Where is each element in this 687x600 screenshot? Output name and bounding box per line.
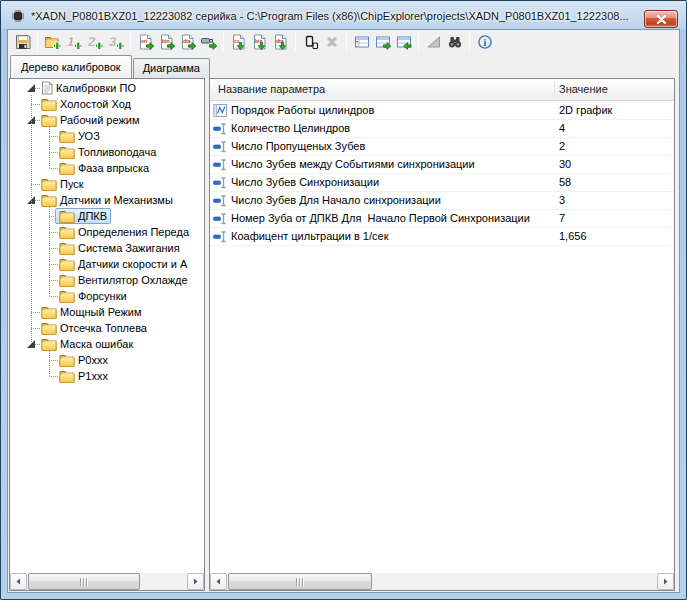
tab-tree[interactable]: Дерево калибровок [10, 55, 132, 78]
toolbar-separator [130, 33, 131, 51]
parameter-row[interactable]: Число Зубев Для Начало синхронизации3 [210, 192, 674, 210]
tree-item-Датчики-скорости-и-А[interactable]: Датчики скорости и А [55, 256, 191, 272]
search-icon [447, 34, 463, 50]
tree-connector-line [49, 207, 50, 296]
tree-item-Вентилятор-Охлажде[interactable]: Вентилятор Охлажде [55, 272, 192, 288]
tree-item-Датчики-и-Механизмы[interactable]: Датчики и Механизмы [37, 192, 177, 208]
svg-text:bin: bin [162, 38, 170, 44]
toolbar-separator [418, 33, 419, 51]
window-bottom-frame [1, 590, 686, 599]
tree-item-Фаза-впрыска[interactable]: Фаза впрыска [55, 160, 153, 176]
chart-2d-icon [213, 103, 228, 120]
import-bin-button[interactable]: bin [249, 32, 270, 53]
info-button[interactable]: i [474, 32, 495, 53]
add-map-2-icon: 2 [87, 34, 103, 50]
tree-hscrollbar[interactable] [10, 573, 204, 590]
tree-row: Отсечка Топлева [10, 320, 204, 336]
add-map-1-button[interactable]: 1 [63, 32, 84, 53]
parameter-name: Номер Зуба от ДПКВ Для Начало Первой Син… [231, 212, 530, 224]
tree-item-Определения-Переда[interactable]: Определения Переда [55, 224, 193, 240]
chip-button[interactable] [300, 32, 321, 53]
folder-icon [41, 193, 57, 207]
export-dta-button[interactable]: dta [177, 32, 198, 53]
table-export-button[interactable] [372, 32, 393, 53]
import-cs-button[interactable]: cs [228, 32, 249, 53]
tree-item-label: Датчики скорости и А [78, 258, 187, 270]
parameter-row[interactable]: Число Пропущеных Зубев2 [210, 138, 674, 156]
compare-button [321, 32, 342, 53]
tree-item-label: Датчики и Механизмы [60, 194, 173, 206]
tab-diagram[interactable]: Диаграмма [133, 58, 210, 78]
add-map-2-button[interactable]: 2 [84, 32, 105, 53]
svg-text:dta: dta [183, 38, 191, 44]
tree-item-Отсечка-Топлева[interactable]: Отсечка Топлева [37, 320, 151, 336]
table-import-icon [396, 34, 412, 50]
search-button[interactable] [444, 32, 465, 53]
save-button[interactable] [12, 32, 33, 53]
export-usb-icon [201, 34, 217, 50]
add-map-3-icon: 3 [108, 34, 124, 50]
scroll-right-button[interactable] [657, 573, 674, 590]
folder-icon [59, 353, 75, 367]
table-hscrollbar[interactable] [210, 573, 674, 590]
import-dta-button[interactable]: dta [270, 32, 291, 53]
scrollbar-thumb[interactable] [28, 573, 140, 590]
export-ori-icon: ori [138, 34, 154, 50]
export-ori-button[interactable]: ori [135, 32, 156, 53]
parameter-row[interactable]: Коафицент цильтрации в 1/сек1,656 [210, 228, 674, 246]
svg-text:2: 2 [87, 34, 96, 49]
parameter-row[interactable]: Количество Целиндров4 [210, 120, 674, 138]
tree-item-P0xxx[interactable]: P0xxx [55, 352, 112, 368]
tree-item-P1xxx[interactable]: P1xxx [55, 368, 112, 384]
tree-item-Холостой-Ход[interactable]: Холостой Ход [37, 96, 135, 112]
parameter-name: Порядок Работы цилиндров [231, 104, 374, 116]
tree-item-Калибровки-ПО[interactable]: Калибровки ПО [37, 80, 140, 96]
svg-text:cs: cs [234, 38, 240, 44]
folder-icon [59, 129, 75, 143]
tree-item-Маска-ошибак[interactable]: Маска ошибак [37, 336, 137, 352]
parameter-name: Число Зубев Синхронизации [231, 176, 379, 188]
tree-item-Система-Зажигания[interactable]: Система Зажигания [55, 240, 184, 256]
parameter-row[interactable]: Число Зубев между Событиями синхронизаци… [210, 156, 674, 174]
scroll-left-button[interactable] [10, 573, 27, 590]
scroll-left-button[interactable] [210, 573, 227, 590]
tree-item-ДПКВ[interactable]: ДПКВ [55, 208, 111, 224]
tree-item-Форсунки[interactable]: Форсунки [55, 288, 131, 304]
tree-item-label: Топливоподача [78, 146, 156, 158]
scroll-right-button[interactable] [187, 573, 204, 590]
parameter-icon [213, 229, 229, 246]
parameter-icon [213, 121, 229, 138]
tree-expander-icon[interactable] [27, 84, 36, 93]
close-button[interactable] [644, 10, 678, 28]
export-usb-button[interactable] [198, 32, 219, 53]
add-map-3-button[interactable]: 3 [105, 32, 126, 53]
table-view-button[interactable] [351, 32, 372, 53]
window-title: *XADN_P0801BXZ01_12223082 серийка - C:\P… [31, 10, 642, 22]
tree-item-Пуск[interactable]: Пуск [37, 176, 88, 192]
tree-item-label: ДПКВ [78, 210, 107, 222]
ramp-button [423, 32, 444, 53]
folder-icon [59, 273, 75, 287]
parameter-value: 58 [559, 176, 571, 188]
tree-item-Рабочий-режим[interactable]: Рабочий режим [37, 112, 144, 128]
add-map-1-icon: 1 [66, 34, 82, 50]
tree-item-Мощный-Режим[interactable]: Мощный Режим [37, 304, 146, 320]
tree-item-УОЗ[interactable]: УОЗ [55, 128, 104, 144]
tree-row: Вентилятор Охлажде [10, 272, 204, 288]
tree-item-label: Мощный Режим [60, 306, 142, 318]
scrollbar-track[interactable] [227, 573, 657, 590]
add-folder-button[interactable] [42, 32, 63, 53]
scrollbar-track[interactable] [27, 573, 187, 590]
table-import-button[interactable] [393, 32, 414, 53]
tree-item-label: Вентилятор Охлажде [78, 274, 188, 286]
parameter-row[interactable]: Номер Зуба от ДПКВ Для Начало Первой Син… [210, 210, 674, 228]
column-header-value[interactable]: Значение [559, 83, 608, 95]
column-header-name[interactable]: Название параметра [218, 83, 325, 95]
scrollbar-thumb[interactable] [228, 573, 372, 590]
parameter-row[interactable]: Порядок Работы цилиндров2D график [210, 102, 674, 120]
tree-item-Топливоподача[interactable]: Топливоподача [55, 144, 160, 160]
tree-connector-line [49, 127, 50, 168]
export-bin-button[interactable]: bin [156, 32, 177, 53]
parameter-row[interactable]: Число Зубев Синхронизации58 [210, 174, 674, 192]
tree-row: Холостой Ход [10, 96, 204, 112]
